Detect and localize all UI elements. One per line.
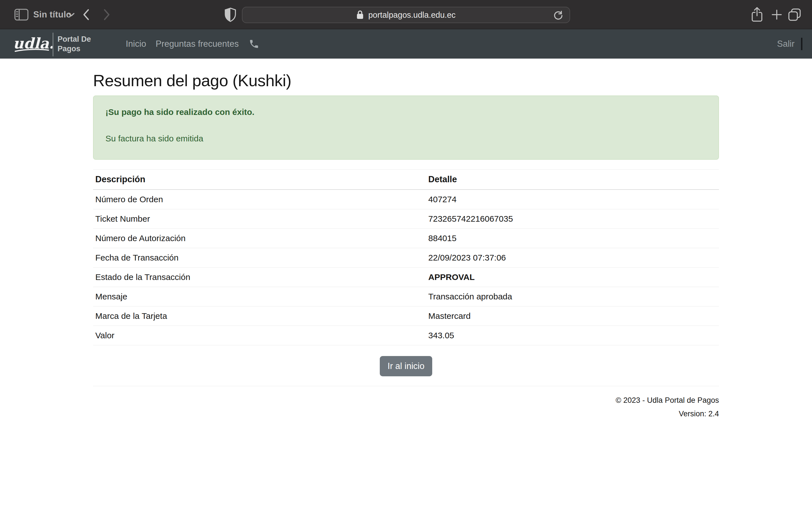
table-row: Valor 343.05 <box>93 326 719 345</box>
header-detalle: Detalle <box>426 170 719 190</box>
footer-version: Version: 2.4 <box>93 407 719 420</box>
table-row: Estado de la Transacción APPROVAL <box>93 268 719 287</box>
reload-button[interactable] <box>553 10 563 20</box>
row-label: Número de Orden <box>93 189 426 209</box>
share-button[interactable] <box>751 0 763 29</box>
row-value: Transacción aprobada <box>426 287 719 306</box>
tab-title-dropdown[interactable] <box>68 0 75 29</box>
tab-title: Sin título <box>33 10 71 20</box>
sidebar-icon <box>14 8 29 21</box>
forward-icon <box>103 9 110 20</box>
url-text: portalpagos.udla.edu.ec <box>368 10 456 20</box>
row-label: Ticket Number <box>93 209 426 229</box>
chevron-down-icon <box>68 12 75 17</box>
footer-divider <box>93 386 719 386</box>
lock-icon <box>356 10 364 20</box>
tab-overview-button[interactable] <box>787 0 802 29</box>
alert-message-primary: ¡Su pago ha sido realizado con éxito. <box>105 107 707 117</box>
row-label: Número de Autorización <box>93 229 426 248</box>
sidebar-toggle-button[interactable] <box>14 0 29 29</box>
payment-detail-table: Descripción Detalle Número de Orden 4072… <box>93 169 719 345</box>
table-row: Fecha de Transacción 22/09/2023 07:37:06 <box>93 248 719 268</box>
phone-icon <box>249 39 259 49</box>
row-label: Estado de la Transacción <box>93 268 426 287</box>
nav-link-salir[interactable]: Salir <box>777 29 795 59</box>
row-label: Fecha de Transacción <box>93 248 426 268</box>
brand-line1: Portal De <box>57 34 91 44</box>
nav-link-preguntas-frecuentes[interactable]: Preguntas frecuentes <box>156 29 239 59</box>
table-row: Número de Orden 407274 <box>93 189 719 209</box>
share-icon <box>751 7 763 22</box>
row-label: Marca de la Tarjeta <box>93 306 426 326</box>
row-label: Mensaje <box>93 287 426 306</box>
navbar-end-bar <box>801 38 802 50</box>
row-label: Valor <box>93 326 426 345</box>
forward-button[interactable] <box>103 0 110 29</box>
alert-message-secondary: Su factura ha sido emitida <box>105 134 707 144</box>
success-alert: ¡Su pago ha sido realizado con éxito. Su… <box>93 96 719 160</box>
site-navbar: udla. Portal De Pagos Inicio Preguntas f… <box>0 29 812 59</box>
footer: © 2023 - Udla Portal de Pagos Version: 2… <box>93 393 719 420</box>
button-row: Ir al inicio <box>93 356 719 376</box>
brand-line2: Pagos <box>57 44 91 54</box>
header-descripcion: Descripción <box>93 170 426 190</box>
main-content: Resumen del pago (Kushki) ¡Su pago ha si… <box>93 71 719 420</box>
phone-link[interactable] <box>249 29 259 59</box>
reload-icon <box>553 10 563 20</box>
browser-toolbar: Sin título portalpagos.udla.edu.ec <box>0 0 812 29</box>
tab-title-menu[interactable]: Sin título <box>33 0 71 29</box>
table-row: Mensaje Transacción aprobada <box>93 287 719 306</box>
udla-logo-icon: udla. <box>13 33 52 55</box>
row-value: Mastercard <box>426 306 719 326</box>
page-title: Resumen del pago (Kushki) <box>93 71 719 90</box>
logo-divider <box>53 33 53 56</box>
shield-icon <box>223 7 238 22</box>
row-value: 343.05 <box>426 326 719 345</box>
table-row: Número de Autorización 884015 <box>93 229 719 248</box>
back-button[interactable] <box>82 0 90 29</box>
row-value: 884015 <box>426 229 719 248</box>
back-icon <box>82 9 90 20</box>
go-home-button[interactable]: Ir al inicio <box>380 356 433 376</box>
address-bar[interactable]: portalpagos.udla.edu.ec <box>242 7 570 23</box>
row-value: 22/09/2023 07:37:06 <box>426 248 719 268</box>
row-value: 407274 <box>426 189 719 209</box>
tab-overview-icon <box>787 7 802 22</box>
table-row: Marca de la Tarjeta Mastercard <box>93 306 719 326</box>
table-row: Ticket Number 723265742216067035 <box>93 209 719 229</box>
row-value-status: APPROVAL <box>426 268 719 287</box>
new-tab-icon <box>770 8 783 21</box>
brand-title: Portal De Pagos <box>57 29 91 59</box>
udla-logo[interactable]: udla. <box>13 29 52 59</box>
privacy-report-button[interactable] <box>223 0 238 29</box>
table-header-row: Descripción Detalle <box>93 170 719 190</box>
new-tab-button[interactable] <box>770 0 783 29</box>
row-value: 723265742216067035 <box>426 209 719 229</box>
nav-link-inicio[interactable]: Inicio <box>126 29 146 59</box>
footer-copyright: © 2023 - Udla Portal de Pagos <box>93 393 719 407</box>
